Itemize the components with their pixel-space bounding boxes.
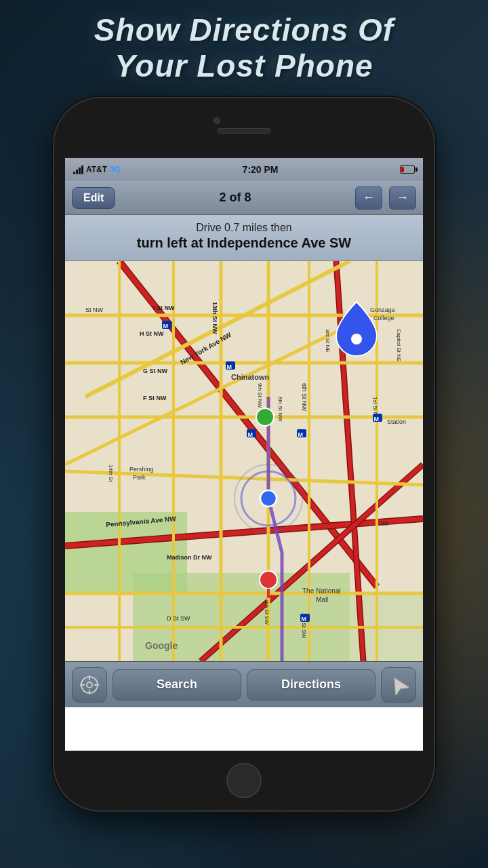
svg-text:Station: Station [387,418,406,425]
status-bar: AT&T 3G 7:20 PM [65,158,423,181]
signal-bar-3 [79,167,81,174]
svg-text:D St SW: D St SW [167,615,190,622]
svg-point-22 [351,334,362,344]
svg-text:M: M [248,431,253,438]
network-type: 3G [110,165,121,174]
signal-indicator [73,165,83,174]
svg-text:Capitol St NE: Capitol St NE [396,329,402,361]
svg-text:F St NW: F St NW [143,395,167,401]
svg-text:Mall: Mall [316,596,328,604]
directions-button[interactable]: Directions [247,669,375,701]
title-line1: Show Directions Of [94,12,394,47]
svg-text:Pershing: Pershing [129,466,154,473]
svg-text:Madison Dr NW: Madison Dr NW [167,554,212,561]
directions-label: Directions [281,677,341,692]
page-title: Show Directions Of Your Lost Phone [0,12,488,84]
svg-text:M: M [302,616,307,623]
svg-text:Chinatown: Chinatown [231,373,269,381]
svg-text:Park: Park [133,474,146,481]
svg-text:9th St SW: 9th St SW [264,600,270,625]
search-button[interactable]: Search [113,669,241,701]
signal-bar-2 [76,170,78,174]
directions-banner: Drive 0.7 miles then turn left at Indepe… [65,215,423,261]
svg-text:3rd St NE: 3rd St NE [325,329,331,353]
location-button[interactable] [72,667,107,703]
edit-button[interactable]: Edit [72,187,115,209]
svg-rect-21 [267,589,270,598]
home-button[interactable] [226,763,262,798]
navigate-button[interactable] [381,667,416,703]
svg-text:College: College [373,315,394,321]
svg-text:Taft: Taft [378,520,388,527]
phone-screen: AT&T 3G 7:20 PM Edit 2 of 8 ← → Drive 0.… [65,158,423,751]
navigation-bar: Edit 2 of 8 ← → [65,181,423,215]
svg-text:Google: Google [145,640,178,651]
step-counter: 2 of 8 [122,191,348,205]
battery-indicator [400,165,415,174]
title-area: Show Directions Of Your Lost Phone [0,12,488,84]
next-step-button[interactable]: → [389,186,416,210]
svg-point-19 [256,408,274,426]
status-time: 7:20 PM [243,164,279,175]
prev-step-button[interactable]: ← [355,186,382,210]
title-line2: Your Lost Phone [115,48,373,83]
svg-text:M: M [227,363,232,370]
svg-text:M: M [298,431,304,438]
svg-text:The National: The National [302,587,341,595]
status-left: AT&T 3G [73,165,121,174]
svg-marker-70 [388,675,409,695]
directions-line1: Drive 0.7 miles then [76,222,412,234]
svg-text:M: M [163,323,169,330]
svg-text:8th St NW: 8th St NW [277,397,283,422]
directions-line2: turn left at Independence Ave SW [76,235,412,251]
bottom-bezel [54,751,434,810]
navigate-icon [388,675,409,695]
signal-bar-4 [81,165,83,174]
svg-text:13th St NW: 13th St NW [211,302,218,334]
svg-text:14th St: 14th St [108,465,114,482]
svg-point-65 [87,682,92,688]
front-camera [214,117,220,124]
earpiece-speaker [217,128,271,134]
svg-text:I St NW: I St NW [153,304,175,311]
svg-text:St NW: St NW [85,307,104,313]
battery-fill [401,167,405,172]
phone-frame: AT&T 3G 7:20 PM Edit 2 of 8 ← → Drive 0.… [54,98,434,810]
svg-text:6th St NW: 6th St NW [301,383,308,412]
svg-text:9th St NW: 9th St NW [257,383,263,408]
svg-text:G St NW: G St NW [143,368,168,374]
crosshair-icon [79,675,100,695]
signal-bar-1 [73,172,75,174]
svg-text:Gonzaga: Gonzaga [370,307,395,313]
map-svg: I St NW G St NW F St NW H St NW St NW Ne… [65,261,423,661]
svg-text:H St NW: H St NW [140,330,164,337]
search-label: Search [157,677,197,692]
svg-text:M: M [374,416,380,422]
svg-point-18 [260,490,277,507]
carrier-name: AT&T [86,165,107,174]
bottom-toolbar: Search Directions [65,661,423,707]
svg-point-20 [260,571,277,589]
map-area[interactable]: I St NW G St NW F St NW H St NW St NW Ne… [65,261,423,661]
top-bezel [54,98,434,158]
